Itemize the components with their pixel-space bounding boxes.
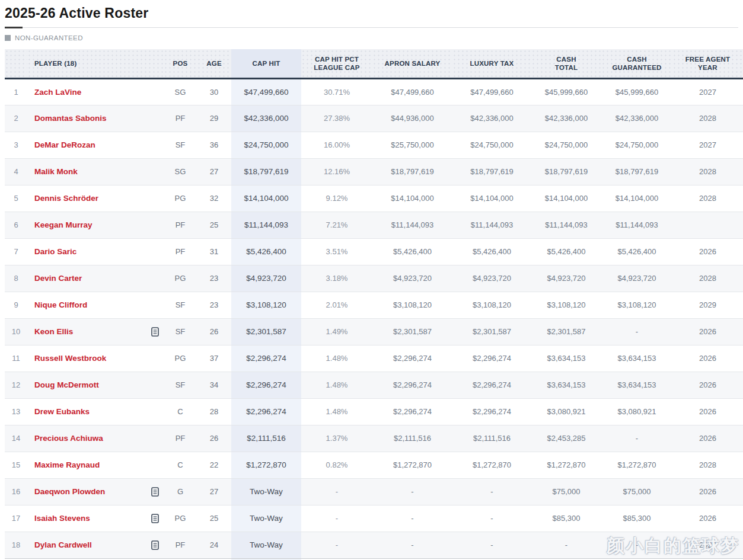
player-name-link[interactable]: Daeqwon Plowden bbox=[34, 487, 105, 496]
player-name-link[interactable]: Maxime Raynaud bbox=[34, 460, 100, 469]
cap-hit-pct-cell: 2.01% bbox=[301, 292, 372, 318]
age-cell: 36 bbox=[197, 132, 231, 158]
player-name-link[interactable]: Domantas Sabonis bbox=[34, 114, 107, 123]
player-name-link[interactable]: Devin Carter bbox=[34, 274, 82, 283]
apron-salary-cell: $2,296,274 bbox=[372, 372, 452, 398]
cash-guaranteed-cell: $4,923,720 bbox=[601, 265, 672, 292]
col-header-free-agent-year[interactable]: FREE AGENT YEAR bbox=[672, 49, 743, 78]
col-header-cash-guaranteed[interactable]: CASH GUARANTEED bbox=[601, 49, 672, 78]
player-cell: Dennis Schröder bbox=[27, 185, 164, 212]
cap-hit-pct-cell: 1.49% bbox=[301, 318, 372, 345]
row-number: 17 bbox=[5, 505, 27, 532]
player-cell: Dario Saric bbox=[27, 238, 164, 265]
roster-rows: 1Zach LaVineSG30$47,499,66030.71%$47,499… bbox=[5, 78, 743, 558]
player-cell: Isaiah Stevens bbox=[27, 505, 164, 532]
player-cell: Precious Achiuwa bbox=[27, 425, 164, 452]
player-cell: Malik Monk bbox=[27, 158, 164, 185]
cap-hit-pct-cell: 3.18% bbox=[301, 265, 372, 292]
pos-cell: SF bbox=[164, 132, 197, 158]
player-cell: Devin Carter bbox=[27, 265, 164, 292]
contract-note-icon[interactable] bbox=[151, 540, 159, 550]
player-name-link[interactable]: Malik Monk bbox=[34, 167, 78, 176]
roster-table: PLAYER (18) POS AGE CAP HIT CAP HIT PCT … bbox=[5, 49, 743, 559]
col-header-apron-salary[interactable]: APRON SALARY bbox=[372, 49, 452, 78]
free-agent-year-cell: 2028 bbox=[672, 185, 743, 212]
col-header-luxury-tax[interactable]: LUXURY TAX bbox=[452, 49, 531, 78]
row-number: 3 bbox=[5, 132, 27, 158]
contract-note-icon[interactable] bbox=[151, 327, 159, 337]
player-cell: Maxime Raynaud bbox=[27, 452, 164, 478]
free-agent-year-cell: 2026 bbox=[672, 372, 743, 398]
player-name-link[interactable]: Isaiah Stevens bbox=[34, 514, 90, 523]
age-cell: 23 bbox=[197, 265, 231, 292]
luxury-tax-cell: $2,296,274 bbox=[452, 398, 531, 425]
apron-salary-cell: $4,923,720 bbox=[372, 265, 452, 292]
pos-cell: PF bbox=[164, 212, 197, 238]
player-name-link[interactable]: Keon Ellis bbox=[34, 327, 73, 336]
cash-total-cell: $85,300 bbox=[531, 505, 601, 532]
cash-guaranteed-cell: $3,080,921 bbox=[601, 398, 672, 425]
player-name-link[interactable]: Zach LaVine bbox=[34, 88, 81, 97]
col-header-pos[interactable]: POS bbox=[164, 49, 197, 78]
pos-cell: PG bbox=[164, 265, 197, 292]
age-cell: 27 bbox=[197, 478, 231, 505]
cap-hit-pct-cell: - bbox=[301, 532, 372, 558]
player-name-link[interactable]: Keegan Murray bbox=[34, 220, 93, 229]
player-cell: DeMar DeRozan bbox=[27, 132, 164, 158]
table-row: 7Dario SaricPF31$5,426,4003.51%$5,426,40… bbox=[5, 238, 743, 265]
player-cell: Daeqwon Plowden bbox=[27, 478, 164, 505]
pos-cell: PF bbox=[164, 532, 197, 558]
player-name-link[interactable]: Dennis Schröder bbox=[34, 194, 98, 203]
table-row: 13Drew EubanksC28$2,296,2741.48%$2,296,2… bbox=[5, 398, 743, 425]
col-header-cap-hit-pct[interactable]: CAP HIT PCT LEAGUE CAP bbox=[301, 49, 372, 78]
player-name-link[interactable]: Nique Clifford bbox=[34, 300, 87, 309]
luxury-tax-cell: $5,426,400 bbox=[452, 238, 531, 265]
player-name-link[interactable]: Precious Achiuwa bbox=[34, 434, 103, 443]
pos-cell: SG bbox=[164, 78, 197, 105]
row-number: 8 bbox=[5, 265, 27, 292]
non-guaranteed-swatch-icon bbox=[5, 35, 11, 41]
player-name-link[interactable]: Dario Saric bbox=[34, 247, 76, 256]
player-name-link[interactable]: Doug McDermott bbox=[34, 380, 99, 389]
cash-guaranteed-cell: $5,426,400 bbox=[601, 238, 672, 265]
col-header-age[interactable]: AGE bbox=[197, 49, 231, 78]
table-row: 15Maxime RaynaudC22$1,272,8700.82%$1,272… bbox=[5, 452, 743, 478]
player-name-link[interactable]: Drew Eubanks bbox=[34, 407, 90, 416]
cash-total-cell: $11,144,093 bbox=[531, 212, 601, 238]
free-agent-year-cell: 2026 bbox=[672, 318, 743, 345]
luxury-tax-cell: $18,797,619 bbox=[452, 158, 531, 185]
col-header-cap-hit[interactable]: CAP HIT bbox=[231, 49, 301, 78]
pos-cell: SF bbox=[164, 372, 197, 398]
luxury-tax-cell: $2,111,516 bbox=[452, 425, 531, 452]
cap-hit-cell: $14,104,000 bbox=[231, 185, 301, 212]
cash-total-cell: $3,634,153 bbox=[531, 345, 601, 372]
cap-hit-cell: $47,499,660 bbox=[231, 78, 301, 105]
free-agent-year-cell: 2026 bbox=[672, 532, 743, 558]
player-cell: Russell Westbrook bbox=[27, 345, 164, 372]
age-cell: 24 bbox=[197, 532, 231, 558]
player-name-link[interactable]: Dylan Cardwell bbox=[34, 540, 92, 549]
non-guaranteed-legend: NON-GUARANTEED bbox=[5, 34, 738, 42]
table-row: 9Nique CliffordSF23$3,108,1202.01%$3,108… bbox=[5, 292, 743, 318]
cash-total-cell: $14,104,000 bbox=[531, 185, 601, 212]
luxury-tax-cell: - bbox=[452, 478, 531, 505]
contract-note-icon[interactable] bbox=[151, 487, 159, 497]
cash-total-cell: $4,923,720 bbox=[531, 265, 601, 292]
cash-total-cell: $2,453,285 bbox=[531, 425, 601, 452]
cap-hit-pct-cell: 9.12% bbox=[301, 185, 372, 212]
contract-note-icon[interactable] bbox=[151, 514, 159, 523]
luxury-tax-cell: $24,750,000 bbox=[452, 132, 531, 158]
player-name-link[interactable]: Russell Westbrook bbox=[34, 354, 106, 363]
col-header-cash-total[interactable]: CASH TOTAL bbox=[531, 49, 601, 78]
apron-salary-cell: - bbox=[372, 505, 452, 532]
col-header-player[interactable]: PLAYER (18) bbox=[27, 49, 164, 78]
cash-total-cell: $5,426,400 bbox=[531, 238, 601, 265]
player-name-link[interactable]: DeMar DeRozan bbox=[34, 140, 95, 149]
free-agent-year-cell: 2026 bbox=[672, 478, 743, 505]
cash-guaranteed-cell: - bbox=[601, 425, 672, 452]
age-cell: 23 bbox=[197, 292, 231, 318]
age-cell: 37 bbox=[197, 345, 231, 372]
cap-hit-pct-cell: - bbox=[301, 505, 372, 532]
title-divider bbox=[5, 27, 738, 28]
cap-hit-pct-cell: 12.16% bbox=[301, 158, 372, 185]
